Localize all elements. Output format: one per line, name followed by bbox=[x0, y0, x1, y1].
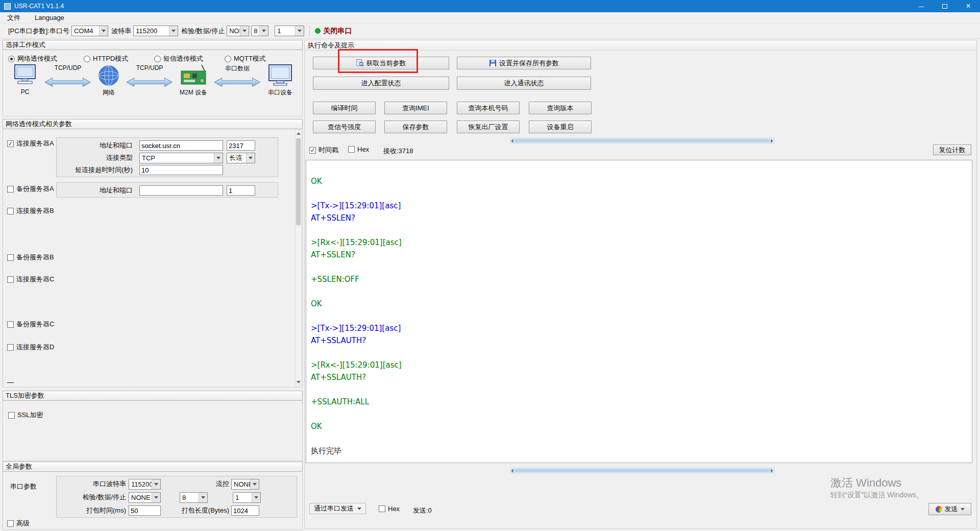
mode-net-transparent-radio[interactable]: 网络透传模式 bbox=[8, 54, 57, 63]
server-a-address-input[interactable] bbox=[139, 140, 223, 151]
title-bar: USR-CAT1 V1.1.4 — × bbox=[0, 0, 980, 12]
get-params-button[interactable]: 获取当前参数 bbox=[313, 57, 449, 69]
scroll-up-icon[interactable] bbox=[296, 130, 301, 137]
checkbox-box bbox=[8, 412, 15, 419]
scrollbar-thumb[interactable] bbox=[514, 139, 770, 142]
server-d-checkbox[interactable]: 连接服务器D bbox=[7, 343, 54, 352]
pack-time-input[interactable] bbox=[129, 505, 161, 516]
query-local-number-label: 查询本机号码 bbox=[469, 104, 508, 113]
device-restart-button[interactable]: 设备重启 bbox=[529, 120, 592, 133]
global-parity-select[interactable]: NONE bbox=[129, 492, 161, 503]
send-button-label: 发送 bbox=[945, 504, 958, 514]
close-serial-button[interactable]: 关闭串口 bbox=[315, 27, 352, 36]
reset-count-button[interactable]: 复位计数 bbox=[933, 144, 971, 155]
backup-c-label: 备份服务器C bbox=[16, 320, 54, 329]
query-imei-button[interactable]: 查询IMEI bbox=[384, 102, 447, 114]
query-local-number-button[interactable]: 查询本机号码 bbox=[457, 102, 520, 114]
serial-device-label: 串口设备 bbox=[268, 88, 292, 97]
ssl-checkbox[interactable]: SSL加密 bbox=[8, 411, 43, 420]
top-horizontal-scrollbar[interactable] bbox=[510, 138, 774, 143]
pack-len-input[interactable] bbox=[231, 505, 259, 516]
scrollbar-thumb[interactable] bbox=[514, 469, 770, 472]
main-area: 选择工作模式 网络透传模式 HTTPD模式 短信透传模式 MQTT模式 bbox=[0, 39, 980, 531]
compile-time-button[interactable]: 编译时间 bbox=[313, 102, 376, 114]
query-version-button[interactable]: 查询版本 bbox=[529, 102, 592, 114]
radio-circle bbox=[8, 56, 15, 62]
global-baud-select[interactable]: 115200 bbox=[129, 479, 161, 490]
minimize-button[interactable]: — bbox=[910, 0, 933, 12]
scroll-right-icon[interactable] bbox=[771, 139, 773, 143]
timestamp-checkbox[interactable]: ✓ 时间戳 bbox=[309, 146, 338, 155]
send-button[interactable]: 发送 bbox=[928, 503, 971, 515]
advanced-checkbox[interactable]: 高级 bbox=[7, 519, 30, 528]
save-params-button[interactable]: 保存参数 bbox=[384, 120, 447, 133]
hex-recv-checkbox[interactable]: Hex bbox=[348, 146, 369, 153]
backup-a-port-input[interactable] bbox=[227, 185, 255, 196]
enter-comm-button[interactable]: 进入通讯状态 bbox=[457, 77, 591, 90]
scroll-left-icon[interactable] bbox=[511, 139, 513, 143]
toolbar-separator bbox=[309, 26, 310, 37]
enter-config-label: 进入配置状态 bbox=[361, 79, 401, 88]
menu-language[interactable]: Language bbox=[34, 12, 65, 23]
menu-file[interactable]: 文件 bbox=[6, 12, 21, 23]
flow-select[interactable]: NONE bbox=[231, 479, 259, 490]
check-icon: ✓ bbox=[8, 141, 13, 147]
backup-a-address-input[interactable] bbox=[139, 185, 223, 196]
m2m-label: M2M 设备 bbox=[180, 88, 207, 97]
log-line: +SSLAUTH:ALL bbox=[311, 396, 967, 408]
stopbits-select[interactable]: 1 bbox=[275, 26, 304, 36]
log-line: OK bbox=[311, 298, 967, 310]
mode-httpd-radio[interactable]: HTTPD模式 bbox=[84, 54, 128, 63]
backup-a-checkbox[interactable]: 备份服务器A bbox=[7, 184, 54, 194]
mode-mqtt-radio[interactable]: MQTT模式 bbox=[225, 54, 266, 63]
scrollbar-thumb[interactable] bbox=[296, 138, 301, 225]
log-line: AT+SSLAUTH? bbox=[311, 371, 967, 383]
server-a-keep-select[interactable]: 长连 bbox=[227, 153, 255, 163]
enter-config-button[interactable]: 进入配置状态 bbox=[313, 77, 449, 90]
com-port-select[interactable]: COM4 bbox=[71, 26, 108, 36]
baud-select[interactable]: 115200 bbox=[133, 26, 178, 36]
server-a-type-select[interactable]: TCP bbox=[139, 153, 223, 163]
address-port-label: 地址和端口 bbox=[57, 141, 139, 150]
scroll-left-icon[interactable] bbox=[511, 469, 513, 473]
global-databits-select[interactable]: 8 bbox=[180, 492, 208, 503]
hex-send-checkbox[interactable]: Hex bbox=[379, 505, 400, 513]
chevron-down-icon bbox=[259, 26, 268, 36]
mode-net-transparent-label: 网络透传模式 bbox=[17, 54, 57, 63]
databits-value: 8 bbox=[252, 26, 259, 36]
server-a-port-input[interactable] bbox=[227, 140, 255, 151]
databits-select[interactable]: 8 bbox=[251, 26, 268, 36]
server-b-checkbox[interactable]: 连接服务器B bbox=[7, 206, 54, 215]
pack-row: 打包时间(ms) 打包长度(Bytes) bbox=[57, 504, 297, 517]
backup-c-checkbox[interactable]: 备份服务器C bbox=[7, 320, 54, 329]
net-params-scrollbar[interactable] bbox=[295, 130, 302, 386]
backup-b-checkbox[interactable]: 备份服务器B bbox=[7, 253, 54, 262]
bottom-horizontal-scrollbar[interactable] bbox=[510, 468, 774, 473]
close-button[interactable]: × bbox=[957, 0, 980, 12]
receive-log[interactable]: OK >[Tx->][15:29:01][asc]AT+SSLEN? >[Rx<… bbox=[306, 160, 972, 463]
factory-reset-button[interactable]: 恢复出厂设置 bbox=[457, 120, 520, 133]
radio-circle bbox=[225, 56, 231, 62]
parity-select[interactable]: NONI bbox=[227, 26, 249, 36]
server-a-checkbox[interactable]: ✓ 连接服务器A bbox=[7, 139, 54, 148]
pack-len-label: 打包长度(Bytes) bbox=[161, 506, 231, 515]
global-stopbits-select[interactable]: 1 bbox=[233, 492, 261, 503]
send-count-label: 发送:0 bbox=[413, 506, 432, 515]
set-save-params-button[interactable]: 设置并保存所有参数 bbox=[457, 57, 591, 69]
log-line bbox=[311, 347, 967, 359]
query-signal-button[interactable]: 查信号强度 bbox=[313, 120, 376, 133]
recv-count-label: 接收:3718 bbox=[383, 147, 413, 156]
send-via-serial-dropdown[interactable]: 通过串口发送 bbox=[309, 503, 366, 514]
maximize-button[interactable] bbox=[933, 0, 957, 12]
mode-sms-radio[interactable]: 短信透传模式 bbox=[154, 54, 203, 63]
com-port-value: COM4 bbox=[72, 26, 99, 36]
scroll-right-icon[interactable] bbox=[771, 469, 773, 473]
server-c-checkbox[interactable]: 连接服务器C bbox=[7, 275, 54, 284]
server-a-timeout-input[interactable] bbox=[139, 165, 223, 175]
query-signal-label: 查信号强度 bbox=[328, 123, 361, 132]
advanced-label: 高级 bbox=[16, 519, 30, 528]
chevron-down-icon bbox=[961, 508, 965, 511]
checkbox-box: ✓ bbox=[7, 140, 14, 147]
scroll-down-icon[interactable] bbox=[296, 379, 301, 385]
chevron-down-icon bbox=[99, 26, 108, 36]
